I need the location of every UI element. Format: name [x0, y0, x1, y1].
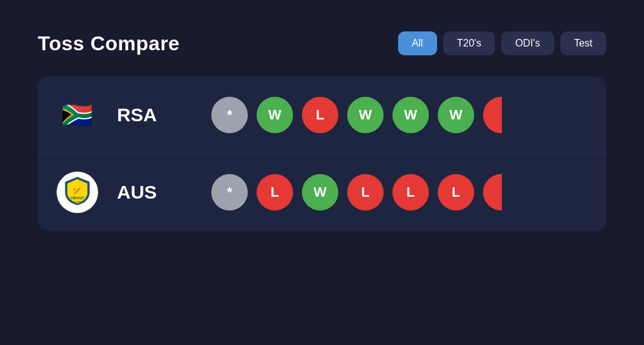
rsa-team-name: RSA	[117, 104, 192, 126]
filter-all-button[interactable]: All	[398, 31, 437, 55]
rsa-result-5: W	[438, 97, 474, 133]
rsa-result-0: *	[211, 97, 248, 133]
rsa-flag-icon: 🇿🇦	[57, 94, 98, 136]
aus-result-5: L	[438, 174, 474, 211]
aus-logo-inner: 🏏 CRICKET AUSTRALIA	[64, 175, 91, 209]
aus-result-6	[483, 174, 502, 211]
filter-odi-button[interactable]: ODI's	[501, 31, 554, 55]
aus-logo: 🏏 CRICKET AUSTRALIA	[57, 172, 98, 213]
rsa-result-2: L	[302, 97, 338, 133]
rsa-result-6	[483, 97, 502, 133]
page-title: Toss Compare	[38, 32, 180, 55]
aus-result-3: L	[347, 174, 384, 211]
aus-result-4: L	[392, 174, 429, 211]
aus-results: * L W L L L	[211, 174, 587, 211]
aus-result-2: W	[302, 174, 338, 211]
aus-result-0: *	[211, 174, 248, 211]
team-row-rsa: 🇿🇦 RSA * W L W W W	[38, 77, 606, 154]
aus-result-1: L	[257, 174, 293, 211]
rsa-logo: 🇿🇦	[57, 94, 98, 136]
rsa-result-4: W	[392, 97, 429, 133]
filter-t20-button[interactable]: T20's	[443, 31, 496, 55]
aus-team-name: AUS	[117, 182, 192, 203]
filter-buttons-group: All T20's ODI's Test	[398, 31, 606, 55]
filter-test-button[interactable]: Test	[560, 31, 606, 55]
rsa-results: * W L W W W	[211, 97, 587, 133]
aus-cricket-shield-icon: 🏏 CRICKET AUSTRALIA	[64, 175, 91, 209]
team-row-aus: 🏏 CRICKET AUSTRALIA AUS * L W L L L	[38, 154, 606, 231]
header: Toss Compare All T20's ODI's Test	[38, 31, 606, 55]
teams-panel: 🇿🇦 RSA * W L W W W	[38, 77, 606, 231]
main-container: Toss Compare All T20's ODI's Test 🇿🇦 RSA…	[13, 13, 631, 345]
svg-text:AUSTRALIA: AUSTRALIA	[70, 200, 85, 204]
svg-text:CRICKET: CRICKET	[70, 196, 84, 200]
rsa-result-1: W	[257, 97, 293, 133]
rsa-result-3: W	[347, 97, 384, 133]
svg-text:🏏: 🏏	[73, 186, 82, 195]
